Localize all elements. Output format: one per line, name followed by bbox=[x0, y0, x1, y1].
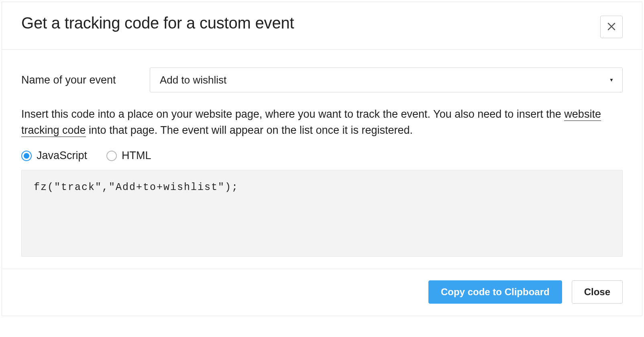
radio-javascript[interactable]: JavaScript bbox=[21, 149, 87, 162]
copy-code-button[interactable]: Copy code to Clipboard bbox=[428, 280, 562, 304]
modal-tracking-code: Get a tracking code for a custom event N… bbox=[2, 2, 642, 316]
radio-html[interactable]: HTML bbox=[106, 149, 151, 162]
code-format-radio-group: JavaScript HTML bbox=[21, 149, 623, 162]
close-icon bbox=[607, 21, 615, 33]
radio-javascript-label: JavaScript bbox=[37, 149, 87, 162]
close-icon-button[interactable] bbox=[600, 16, 623, 38]
event-name-row: Name of your event ▼ bbox=[21, 67, 623, 92]
instruction-part1: Insert this code into a place on your we… bbox=[21, 108, 564, 120]
modal-header: Get a tracking code for a custom event bbox=[2, 2, 642, 50]
close-button[interactable]: Close bbox=[572, 280, 623, 304]
instruction-part2: into that page. The event will appear on… bbox=[86, 124, 413, 136]
radio-icon bbox=[21, 151, 32, 161]
event-name-select[interactable] bbox=[150, 67, 623, 92]
radio-icon bbox=[106, 151, 117, 161]
modal-body: Name of your event ▼ Insert this code in… bbox=[2, 50, 642, 269]
event-name-label: Name of your event bbox=[21, 74, 150, 86]
code-snippet-box[interactable]: fz("track","Add+to+wishlist"); bbox=[21, 170, 623, 257]
modal-footer: Copy code to Clipboard Close bbox=[2, 269, 642, 316]
instruction-text: Insert this code into a place on your we… bbox=[21, 106, 623, 138]
event-select-wrap: ▼ bbox=[150, 67, 623, 92]
modal-title: Get a tracking code for a custom event bbox=[21, 14, 294, 32]
radio-html-label: HTML bbox=[122, 149, 151, 162]
